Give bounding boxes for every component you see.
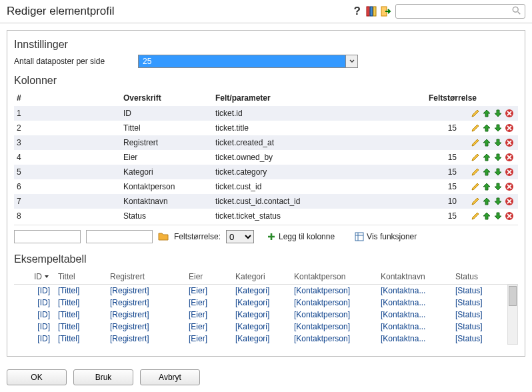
sample-cell-kp: [Kontaktperson] [290, 297, 377, 309]
sample-cell-kat: [Kategori] [231, 309, 290, 321]
new-overskrift-input[interactable] [14, 230, 81, 243]
per-page-select[interactable]: 25 [138, 55, 358, 68]
sample-head-kp[interactable]: Kontaktperson [290, 271, 377, 283]
arrow-down-icon[interactable] [493, 182, 503, 191]
svg-rect-0 [367, 7, 369, 16]
arrow-down-icon[interactable] [493, 153, 503, 162]
pencil-icon[interactable] [471, 153, 480, 162]
pencil-icon[interactable] [471, 211, 480, 221]
sample-head-st[interactable]: Status [451, 271, 497, 283]
arrow-up-icon[interactable] [482, 123, 491, 133]
search-icon[interactable] [512, 6, 521, 15]
arrow-down-icon[interactable] [493, 109, 503, 118]
arrow-down-icon[interactable] [493, 138, 503, 147]
sample-cell-kn: [Kontaktna... [377, 297, 451, 309]
col-actions [459, 122, 518, 134]
col-storrelse: 15 [426, 181, 459, 193]
search-input[interactable] [395, 4, 525, 19]
delete-icon[interactable] [505, 138, 514, 147]
delete-icon[interactable] [505, 123, 514, 133]
column-row: 8 Status ticket.ticket_status 15 [14, 209, 518, 223]
arrow-up-icon[interactable] [482, 153, 491, 162]
svg-rect-2 [373, 7, 376, 16]
per-page-value: 25 [139, 57, 155, 66]
col-felt: ticket.title [213, 122, 426, 134]
show-functions-button[interactable]: Vis funksjoner [347, 229, 424, 244]
sample-cell-eier: [Eier] [185, 297, 231, 309]
sample-heading: Eksempeltabell [14, 253, 518, 265]
folder-icon[interactable] [158, 231, 169, 242]
columns-toolbar: Feltstørrelse: 0 Legg til kolonne Vis fu… [14, 225, 518, 251]
arrow-down-icon[interactable] [493, 197, 503, 206]
pencil-icon[interactable] [471, 109, 480, 118]
sort-desc-icon [43, 273, 50, 280]
col-num: 2 [14, 122, 121, 134]
new-felt-input[interactable] [86, 230, 153, 243]
sample-cell-kp: [Kontaktperson] [290, 333, 377, 345]
pencil-icon[interactable] [471, 167, 480, 177]
add-column-button[interactable]: Legg til kolonne [259, 229, 342, 244]
sample-row: [ID] [Tittel] [Registrert] [Eier] [Kateg… [14, 309, 518, 321]
arrow-up-icon[interactable] [482, 211, 491, 221]
delete-icon[interactable] [505, 182, 514, 191]
col-actions [459, 210, 518, 222]
arrow-down-icon[interactable] [493, 167, 503, 177]
feltstorrelse-label: Feltstørrelse: [174, 232, 221, 241]
page-title: Rediger elementprofil [7, 5, 115, 18]
pencil-icon[interactable] [471, 123, 480, 133]
per-page-label: Antall dataposter per side [14, 57, 138, 66]
col-storrelse: 15 [426, 122, 459, 134]
sample-cell-tittel: [Tittel] [54, 309, 106, 321]
sample-cell-eier: [Eier] [185, 285, 231, 297]
scrollbar[interactable] [507, 285, 518, 345]
arrow-up-icon[interactable] [482, 182, 491, 191]
functions-icon [355, 232, 364, 241]
delete-icon[interactable] [505, 167, 514, 177]
sample-header: ID Tittel Registrert Eier Kategori Konta… [14, 269, 518, 285]
footer: OK Bruk Avbryt [7, 369, 200, 385]
sample-cell-st: [Status] [451, 321, 497, 333]
pencil-icon[interactable] [471, 197, 480, 206]
sample-cell-kn: [Kontaktna... [377, 309, 451, 321]
sample-head-eier[interactable]: Eier [185, 271, 231, 283]
col-overskrift: Kontaktnavn [121, 195, 213, 207]
arrow-up-icon[interactable] [482, 197, 491, 206]
sample-head-tittel[interactable]: Tittel [54, 271, 106, 283]
sample-head-kn[interactable]: Kontaktnavn [377, 271, 451, 283]
col-actions [459, 181, 518, 193]
bruk-button[interactable]: Bruk [73, 369, 133, 385]
sample-cell-kat: [Kategori] [231, 321, 290, 333]
arrow-down-icon[interactable] [493, 123, 503, 133]
pencil-icon[interactable] [471, 138, 480, 147]
col-felt: ticket.owned_by [213, 151, 426, 163]
col-actions [459, 137, 518, 149]
sample-head-kat[interactable]: Kategori [231, 271, 290, 283]
sample-cell-kp: [Kontaktperson] [290, 285, 377, 297]
delete-icon[interactable] [505, 109, 514, 118]
avbryt-button[interactable]: Avbryt [140, 369, 200, 385]
pencil-icon[interactable] [471, 182, 480, 191]
ok-button[interactable]: OK [7, 369, 67, 385]
sample-head-reg[interactable]: Registrert [106, 271, 185, 283]
title-bar: Rediger elementprofil ? [0, 0, 532, 23]
exit-icon[interactable] [381, 6, 391, 17]
delete-icon[interactable] [505, 211, 514, 221]
chevron-down-icon [345, 55, 357, 67]
delete-icon[interactable] [505, 153, 514, 162]
sample-cell-eier: [Eier] [185, 321, 231, 333]
arrow-up-icon[interactable] [482, 109, 491, 118]
scrollbar-thumb[interactable] [509, 286, 517, 306]
columns-icon[interactable] [366, 6, 377, 17]
col-num: 7 [14, 195, 121, 207]
col-num: 1 [14, 107, 121, 119]
sample-head-id[interactable]: ID [14, 271, 54, 283]
arrow-up-icon[interactable] [482, 167, 491, 177]
delete-icon[interactable] [505, 197, 514, 206]
col-actions [459, 166, 518, 178]
arrow-up-icon[interactable] [482, 138, 491, 147]
help-button[interactable]: ? [354, 5, 361, 18]
arrow-down-icon[interactable] [493, 211, 503, 221]
feltstorrelse-select[interactable]: 0 [226, 230, 254, 243]
settings-row: Antall dataposter per side 25 [14, 55, 518, 68]
col-storrelse: 10 [426, 195, 459, 207]
